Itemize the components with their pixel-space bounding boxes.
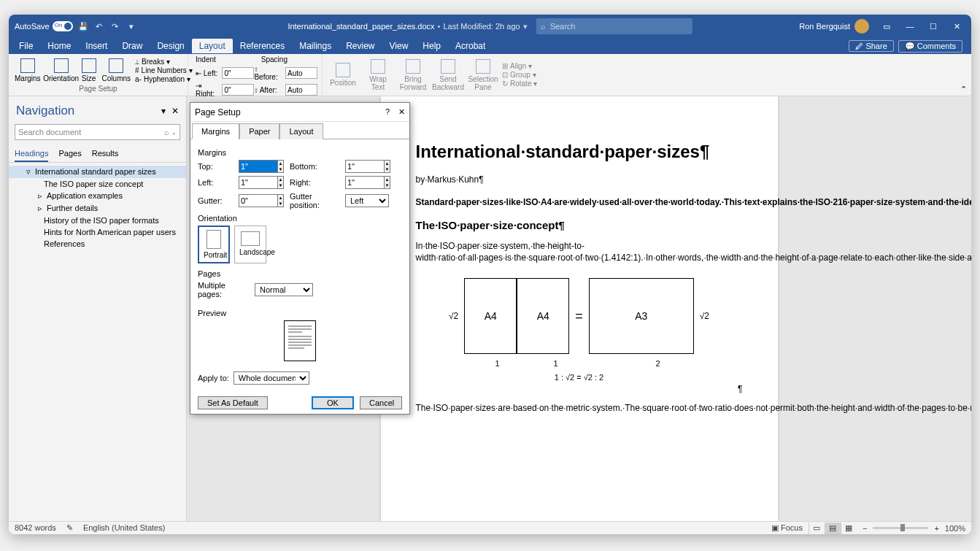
orientation-section-label: Orientation	[198, 214, 402, 223]
tab-file[interactable]: File	[12, 39, 40, 53]
zoom-slider[interactable]	[873, 527, 928, 529]
set-default-button[interactable]: Set As Default	[198, 396, 268, 409]
line-numbers-button[interactable]: # Line Numbers ▾	[135, 66, 193, 74]
zoom-out-icon[interactable]: −	[863, 524, 867, 533]
nav-dropdown-icon[interactable]: ▾	[161, 106, 166, 116]
gutter-position-select[interactable]: Left	[345, 194, 389, 207]
close-button[interactable]: ✕	[945, 15, 968, 38]
language-status[interactable]: English (United States)	[83, 523, 166, 533]
spacing-before-input[interactable]: Auto	[285, 67, 317, 79]
nav-item[interactable]: The ISO paper size concept	[9, 178, 186, 190]
selection-pane-button[interactable]: Selection Pane	[467, 55, 499, 94]
autosave-toggle[interactable]: AutoSave On	[15, 21, 73, 31]
dialog-tab-margins[interactable]: Margins	[192, 123, 239, 139]
doc-h1: International·standard·paper·sizes¶	[416, 140, 743, 163]
nav-item[interactable]: ▹Further details	[9, 202, 186, 215]
tab-mailings[interactable]: Mailings	[292, 39, 339, 53]
print-layout-icon[interactable]: ▤	[825, 523, 841, 534]
collapse-ribbon-icon[interactable]: ⌃	[960, 85, 967, 94]
dialog-help-icon[interactable]: ?	[385, 107, 390, 117]
undo-icon[interactable]: ↶	[93, 20, 105, 32]
landscape-option[interactable]: Landscape	[234, 226, 266, 263]
spacing-after-input[interactable]: Auto	[285, 84, 317, 96]
nav-item[interactable]: References	[9, 238, 186, 250]
orientation-button[interactable]: Orientation	[45, 55, 77, 85]
qat-more-icon[interactable]: ▾	[126, 20, 137, 32]
nav-item[interactable]: ▹Application examples	[9, 190, 186, 202]
margins-section-label: Margins	[198, 148, 402, 157]
doc-p2: The·ISO·paper·sizes·are·based·on·the·met…	[416, 402, 743, 414]
tab-help[interactable]: Help	[415, 39, 448, 53]
page: International·standard·paper·sizes¶ by·M…	[381, 96, 778, 521]
dialog-title: Page Setup	[195, 107, 241, 117]
dialog-close-icon[interactable]: ✕	[398, 107, 405, 117]
tab-acrobat[interactable]: Acrobat	[448, 39, 493, 53]
para-mark: ¶	[416, 383, 743, 395]
portrait-option[interactable]: Portrait	[198, 226, 230, 263]
margins-button[interactable]: Margins	[13, 55, 42, 85]
tab-layout[interactable]: Layout	[192, 39, 233, 53]
web-layout-icon[interactable]: ▦	[841, 523, 857, 534]
margin-right-input[interactable]	[345, 176, 385, 189]
tab-home[interactable]: Home	[40, 39, 78, 53]
nav-tab-pages[interactable]: Pages	[58, 146, 81, 162]
ribbon-options-icon[interactable]: ▭	[875, 15, 898, 38]
tab-design[interactable]: Design	[150, 39, 191, 53]
margin-left-input[interactable]	[239, 176, 278, 189]
zoom-in-icon[interactable]: +	[934, 524, 938, 533]
word-count[interactable]: 8042 words	[15, 523, 56, 533]
dialog-tab-layout[interactable]: Layout	[279, 123, 323, 139]
minimize-button[interactable]: —	[898, 15, 922, 38]
user-account[interactable]: Ron Bergquist	[799, 19, 869, 34]
nav-item[interactable]: Hints for North American paper users	[9, 226, 186, 238]
margin-bottom-input[interactable]	[345, 160, 385, 173]
document-title[interactable]: International_standard_paper_sizes.docx …	[288, 22, 527, 31]
status-bar: 8042 words ✎ English (United States) ▣ F…	[9, 521, 971, 534]
fig-ratio: 1 : √2 = √2 : 2	[416, 372, 743, 383]
multiple-pages-select[interactable]: Normal	[255, 283, 313, 296]
breaks-button[interactable]: ⟂ Breaks ▾	[135, 58, 193, 66]
maximize-button[interactable]: ☐	[922, 15, 945, 38]
nav-tab-headings[interactable]: Headings	[15, 146, 48, 162]
search-icon: ⌕ ▾	[164, 128, 177, 136]
columns-button[interactable]: Columns	[101, 55, 132, 85]
preview-section-label: Preview	[198, 309, 402, 317]
page-setup-group-label: Page Setup	[13, 85, 183, 94]
pages-section-label: Pages	[198, 269, 402, 278]
wrap-text-button: Wrap Text	[362, 55, 394, 94]
cancel-button[interactable]: Cancel	[360, 396, 402, 409]
dialog-tab-paper[interactable]: Paper	[239, 123, 279, 139]
search-box[interactable]: ⌕ Search	[536, 18, 692, 34]
tab-draw[interactable]: Draw	[115, 39, 150, 53]
ok-button[interactable]: OK	[312, 396, 354, 409]
share-button[interactable]: 🖉 Share	[849, 40, 893, 52]
zoom-level[interactable]: 100%	[945, 524, 965, 533]
nav-title: Navigation	[16, 104, 74, 118]
focus-mode[interactable]: ▣ Focus	[771, 523, 803, 533]
apply-to-select[interactable]: Whole document	[234, 371, 309, 385]
gutter-input[interactable]	[239, 194, 278, 207]
tab-references[interactable]: References	[233, 39, 292, 53]
hyphenation-button[interactable]: a- Hyphenation ▾	[135, 75, 193, 83]
nav-item[interactable]: History of the ISO paper formats	[9, 215, 186, 226]
tab-insert[interactable]: Insert	[78, 39, 115, 53]
nav-search-input[interactable]: Search document ⌕ ▾	[15, 124, 180, 140]
nav-item-root[interactable]: ▿International standard paper sizes	[9, 166, 186, 178]
tab-review[interactable]: Review	[339, 39, 382, 53]
preview-box	[284, 320, 316, 361]
nav-tab-results[interactable]: Results	[92, 146, 119, 162]
doc-intro: Standard·paper·sizes·like·ISO·A4·are·wid…	[416, 196, 743, 208]
indent-left-input[interactable]: 0"	[222, 67, 254, 79]
nav-close-icon[interactable]: ✕	[171, 106, 179, 116]
save-icon[interactable]: 💾	[77, 20, 89, 32]
read-mode-icon[interactable]: ▭	[809, 523, 825, 534]
indent-right-input[interactable]: 0"	[222, 84, 254, 96]
redo-icon[interactable]: ↷	[109, 20, 121, 32]
tab-view[interactable]: View	[382, 39, 416, 53]
comments-button[interactable]: 💬 Comments	[898, 40, 962, 53]
proofing-icon[interactable]: ✎	[66, 523, 73, 533]
spacing-label: Spacing	[261, 55, 288, 63]
search-icon: ⌕	[541, 22, 546, 31]
margin-top-input[interactable]	[239, 160, 278, 173]
size-button[interactable]: Size	[80, 55, 98, 85]
